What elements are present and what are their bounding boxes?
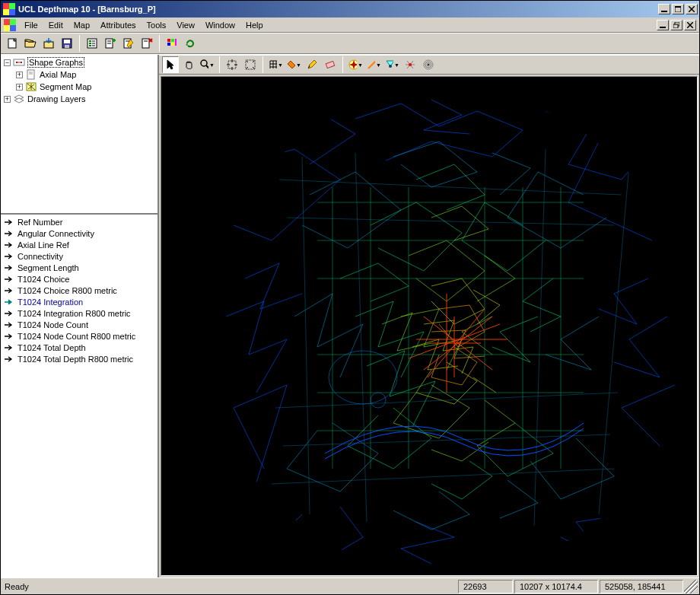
svg-rect-33 [167, 39, 170, 42]
attribute-row[interactable]: Ref Number [1, 216, 158, 228]
open-button[interactable] [22, 35, 39, 52]
attribute-row[interactable]: T1024 Integration R800 metric [1, 307, 158, 319]
menu-edit[interactable]: Edit [43, 19, 68, 31]
pointer-button[interactable] [162, 56, 179, 73]
attribute-label: Connectivity [18, 252, 63, 261]
svg-rect-20 [89, 40, 91, 42]
hand-button[interactable] [180, 56, 197, 73]
document-icon[interactable] [4, 19, 16, 31]
tree-label: Segment Map [40, 82, 91, 91]
grid-button[interactable]: ▼ [267, 56, 284, 73]
svg-rect-10 [10, 25, 16, 31]
attribute-label: T1024 Integration R800 metric [18, 309, 131, 318]
expander-icon[interactable]: + [16, 84, 23, 91]
menu-bar: File Edit Map Attributes Tools View Wind… [1, 18, 699, 33]
menu-map[interactable]: Map [68, 19, 95, 31]
status-bar: Ready 22693 10207 x 10174.4 525058, 1854… [1, 578, 699, 594]
svg-rect-0 [3, 3, 9, 9]
svg-rect-4 [661, 11, 667, 12]
pencil-button[interactable] [304, 56, 320, 73]
tree-label: Axial Map [40, 70, 76, 79]
svg-rect-3 [9, 9, 15, 15]
svg-rect-35 [167, 43, 170, 46]
arrow-icon [4, 240, 14, 250]
svg-rect-17 [64, 40, 70, 43]
menu-tools[interactable]: Tools [142, 19, 172, 31]
minimize-button[interactable] [658, 4, 670, 14]
new-button[interactable] [4, 35, 21, 52]
close-button[interactable] [686, 4, 698, 14]
attribute-label: Axial Line Ref [18, 240, 69, 250]
side-panel: − Shape Graphs + Axial Map + Segment Map… [1, 55, 159, 578]
mdi-close-button[interactable] [684, 20, 696, 30]
svg-line-52 [368, 61, 375, 68]
recenter-button[interactable] [224, 56, 240, 73]
status-count: 22693 [458, 580, 513, 593]
svg-rect-37 [175, 39, 177, 46]
view-toolbar: ▼ ▼ ▼ ▼ ▼ ▼ [159, 55, 699, 75]
attribute-row[interactable]: T1024 Total Depth [1, 342, 158, 353]
line-button[interactable]: ▼ [365, 56, 382, 73]
menu-attributes[interactable]: Attributes [95, 19, 141, 31]
map-visualization [203, 88, 690, 575]
svg-rect-36 [171, 43, 174, 46]
svg-point-61 [371, 393, 386, 408]
menu-window[interactable]: Window [200, 19, 240, 31]
attribute-row[interactable]: T1024 Choice [1, 273, 158, 285]
expander-icon[interactable]: − [4, 59, 11, 66]
tree-drawing-layers[interactable]: + Drawing Layers [1, 93, 158, 105]
attribute-row[interactable]: T1024 Node Count [1, 319, 158, 330]
svg-rect-9 [4, 25, 10, 31]
erase-button[interactable] [322, 56, 339, 73]
attribute-row[interactable]: T1024 Choice R800 metric [1, 285, 158, 296]
attribute-row[interactable]: T1024 Total Depth R800 metric [1, 353, 158, 364]
del-attr-button[interactable] [138, 35, 155, 52]
resize-grip-icon[interactable] [684, 580, 698, 593]
tree-panel[interactable]: − Shape Graphs + Axial Map + Segment Map… [1, 55, 158, 215]
attribute-row[interactable]: Segment Length [1, 262, 158, 273]
attribute-row[interactable]: T1024 Integration [1, 296, 158, 307]
axial-button[interactable] [402, 56, 418, 73]
svg-rect-2 [3, 9, 9, 15]
svg-point-46 [201, 60, 207, 66]
edit-attr-button[interactable] [120, 35, 137, 52]
menu-view[interactable]: View [171, 19, 200, 31]
attribute-row[interactable]: T1024 Node Count R800 metric [1, 330, 158, 342]
map-canvas[interactable] [161, 76, 698, 576]
expander-icon[interactable]: + [16, 72, 23, 78]
attribute-panel[interactable]: Ref NumberAngular ConnectivityAxial Line… [1, 215, 158, 578]
mdi-restore-button[interactable] [670, 20, 682, 30]
fill-button[interactable]: ▼ [285, 56, 302, 73]
props-button[interactable] [84, 35, 100, 52]
svg-line-47 [206, 65, 208, 69]
isovist-button[interactable]: ▼ [383, 56, 400, 73]
color-button[interactable] [164, 35, 180, 52]
expander-icon[interactable]: + [4, 96, 11, 103]
arrow-icon [4, 332, 14, 341]
map-icon [25, 81, 37, 92]
attribute-row[interactable]: Angular Connectivity [1, 228, 158, 239]
svg-rect-34 [171, 39, 174, 42]
menu-help[interactable]: Help [240, 19, 269, 31]
tree-label: Drawing Layers [27, 94, 85, 103]
tree-segment-map[interactable]: + Segment Map [1, 81, 158, 93]
fit-button[interactable] [242, 56, 259, 73]
depth-button[interactable] [420, 56, 437, 73]
save-button[interactable] [59, 35, 75, 52]
mdi-minimize-button[interactable] [657, 20, 669, 30]
menu-file[interactable]: File [19, 19, 43, 31]
import-button[interactable] [40, 35, 57, 52]
status-coords: 525058, 185441 [600, 580, 683, 593]
main-area: − Shape Graphs + Axial Map + Segment Map… [1, 54, 699, 578]
compass-button[interactable]: ▼ [347, 56, 364, 73]
add-attr-button[interactable] [102, 35, 119, 52]
refresh-button[interactable] [182, 35, 199, 52]
attribute-row[interactable]: Axial Line Ref [1, 239, 158, 250]
attribute-row[interactable]: Connectivity [1, 250, 158, 262]
tree-axial-map[interactable]: + Axial Map [1, 68, 158, 81]
arrow-icon [4, 229, 14, 238]
arrow-icon [4, 355, 14, 364]
zoom-button[interactable]: ▼ [199, 56, 215, 73]
tree-shape-graphs[interactable]: − Shape Graphs [1, 56, 158, 68]
maximize-button[interactable] [672, 4, 684, 14]
